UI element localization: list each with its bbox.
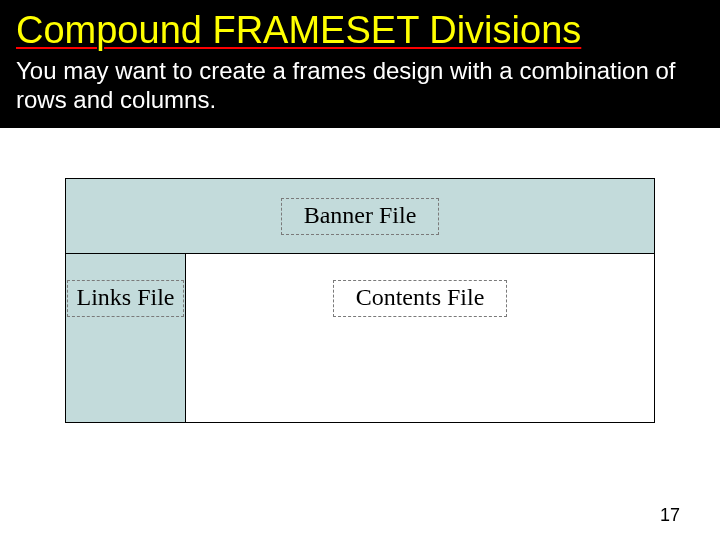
- links-frame: Links File: [66, 254, 186, 422]
- slide-subtitle: You may want to create a frames design w…: [16, 57, 704, 115]
- page-number: 17: [660, 505, 680, 526]
- banner-label: Banner File: [281, 198, 440, 235]
- banner-frame: Banner File: [66, 179, 654, 254]
- contents-frame: Contents File: [186, 254, 654, 422]
- slide-title: Compound FRAMESET Divisions: [16, 8, 704, 53]
- frameset-diagram: Banner File Links File Contents File: [65, 178, 655, 423]
- slide-header: Compound FRAMESET Divisions You may want…: [0, 0, 720, 128]
- links-label: Links File: [67, 280, 183, 317]
- contents-label: Contents File: [333, 280, 508, 317]
- lower-frames: Links File Contents File: [66, 254, 654, 422]
